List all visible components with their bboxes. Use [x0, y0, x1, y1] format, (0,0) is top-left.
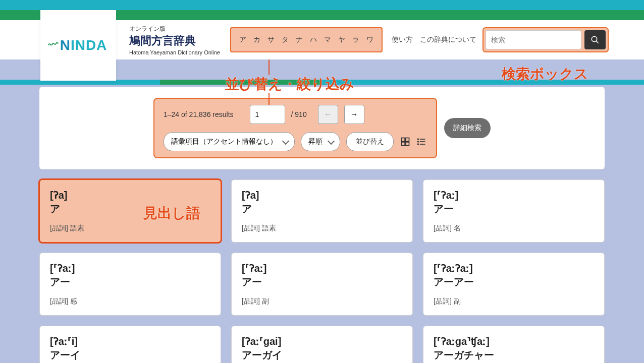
entry-card[interactable]: [ʔa] ア [品詞] 語素	[231, 179, 413, 243]
site-title-sub: オンライン版	[129, 25, 220, 33]
logo-text: 〰NINDA	[49, 37, 108, 53]
entry-ipa: [⸢ʔaː]	[242, 262, 402, 274]
advanced-search-button[interactable]: 詳細検索	[444, 118, 491, 138]
entry-pos: [品詞] 名	[434, 224, 594, 233]
entry-card[interactable]: [ʔaː⸢i] アーイ	[39, 326, 221, 363]
accent-stripe	[321, 80, 644, 85]
nav-usage[interactable]: 使い方	[392, 35, 413, 44]
entry-pos: [品詞] 感	[50, 297, 210, 306]
kana-nav-item[interactable]: ワ	[366, 35, 373, 44]
site-title-main: 鳩間方言辞典	[129, 33, 220, 48]
search-button[interactable]	[584, 30, 606, 49]
callout-search: 検索ボックス	[502, 65, 588, 84]
entry-kana: アーイ	[50, 348, 210, 362]
search-input[interactable]	[486, 30, 581, 49]
svg-rect-3	[406, 138, 409, 142]
list-view-icon[interactable]	[416, 136, 427, 147]
entry-pos: [品詞] 副	[434, 297, 594, 306]
entry-pos: [品詞] 語素	[242, 224, 402, 233]
entry-card[interactable]: [ʔaː⸢gai] アーガイ	[231, 326, 413, 363]
entry-kana: アーガチャー	[434, 348, 594, 362]
sort-row: 語彙項目（アクセント情報なし） 昇順 並び替え	[164, 132, 427, 151]
sort-order-select[interactable]: 昇順	[301, 132, 340, 151]
logo[interactable]: 〰NINDA	[40, 10, 116, 81]
controls: 1–24 of 21,836 results / 910 ← → 語彙項目（アク…	[153, 98, 437, 158]
kana-nav-item[interactable]: ラ	[352, 35, 359, 44]
results-count: 1–24 of 21,836 results	[164, 110, 234, 118]
grid-view-icon[interactable]	[400, 136, 411, 147]
nav-about[interactable]: この辞典について	[420, 35, 476, 44]
prev-page-button[interactable]: ←	[318, 105, 338, 124]
entry-ipa: [ʔa]	[242, 189, 402, 201]
page-number-input[interactable]	[250, 105, 285, 124]
kana-nav-item[interactable]: タ	[282, 35, 289, 44]
entry-card[interactable]: [⸢ʔaːga⸣ʧaː] アーガチャー	[423, 326, 605, 363]
kana-nav-item[interactable]: マ	[324, 35, 331, 44]
entry-ipa: [ʔa]	[50, 189, 210, 201]
kana-nav-item[interactable]: ハ	[310, 35, 317, 44]
entry-ipa: [⸢ʔaːga⸣ʧaː]	[434, 335, 594, 347]
sort-field-select[interactable]: 語彙項目（アクセント情報なし）	[164, 132, 295, 151]
results-panel: 1–24 of 21,836 results / 910 ← → 語彙項目（アク…	[39, 87, 605, 169]
svg-point-10	[418, 141, 419, 142]
svg-point-0	[592, 36, 597, 42]
svg-rect-4	[402, 142, 405, 146]
entry-ipa: [⸢ʔaːʔaː]	[434, 262, 594, 274]
callout-sort: 並び替え・絞り込み	[225, 75, 354, 94]
entry-ipa: [ʔaː⸢i]	[50, 335, 210, 347]
entry-kana: アーガイ	[242, 348, 402, 362]
entry-card[interactable]: [⸢ʔaː] アー [品詞] 名	[423, 179, 605, 243]
entry-card[interactable]: [⸢ʔaː] アー [品詞] 副	[231, 253, 413, 316]
top-accent-bar	[0, 0, 644, 10]
entry-kana: ア	[242, 202, 402, 216]
kana-nav: ア カ サ タ ナ ハ マ ヤ ラ ワ	[230, 27, 383, 52]
entry-pos: [品詞] 副	[242, 297, 402, 306]
kana-nav-item[interactable]: ア	[239, 35, 246, 44]
controls-wrap: 1–24 of 21,836 results / 910 ← → 語彙項目（アク…	[50, 98, 594, 158]
kana-nav-item[interactable]: ナ	[296, 35, 303, 44]
total-pages: / 910	[291, 110, 307, 118]
kana-nav-item[interactable]: サ	[267, 35, 275, 44]
svg-point-9	[418, 139, 419, 140]
svg-line-1	[596, 41, 599, 43]
entry-kana: アー	[50, 275, 210, 289]
view-toggle	[400, 136, 427, 147]
search-icon	[591, 35, 600, 44]
svg-rect-5	[406, 142, 409, 146]
entry-pos: [品詞] 語素	[50, 224, 210, 233]
nav-links: 使い方 この辞典について	[392, 35, 476, 44]
kana-nav-item[interactable]: ヤ	[338, 35, 345, 44]
callout-entry: 見出し語	[143, 204, 200, 223]
callout-connector	[269, 59, 270, 75]
sort-apply-button[interactable]: 並び替え	[346, 132, 394, 151]
pagination-row: 1–24 of 21,836 results / 910 ← →	[164, 105, 427, 124]
site-title-en: Hatoma Yaeyaman Dictionary Online	[129, 49, 220, 55]
svg-rect-2	[402, 138, 405, 142]
entry-kana: アーアー	[434, 275, 594, 289]
entry-ipa: [ʔaː⸢gai]	[242, 335, 402, 347]
entry-ipa: [⸢ʔaː]	[434, 189, 594, 201]
entries-grid: [ʔa] ア [品詞] 語素 [ʔa] ア [品詞] 語素 [⸢ʔaː] アー …	[39, 179, 605, 363]
entry-card[interactable]: [⸢ʔaːʔaː] アーアー [品詞] 副	[423, 253, 605, 316]
entry-card[interactable]: [⸢ʔaː] アー [品詞] 感	[39, 253, 221, 316]
leaf-icon: 〰	[47, 38, 60, 51]
header: オンライン版 鳩間方言辞典 Hatoma Yaeyaman Dictionary…	[0, 20, 644, 59]
search-box	[482, 27, 609, 52]
kana-nav-item[interactable]: カ	[253, 35, 260, 44]
next-page-button[interactable]: →	[344, 105, 364, 124]
site-title: オンライン版 鳩間方言辞典 Hatoma Yaeyaman Dictionary…	[129, 25, 220, 55]
entry-kana: アー	[434, 202, 594, 216]
svg-point-11	[418, 144, 419, 145]
callout-connector	[269, 93, 270, 105]
entry-kana: アー	[242, 275, 402, 289]
entry-ipa: [⸢ʔaː]	[50, 262, 210, 274]
